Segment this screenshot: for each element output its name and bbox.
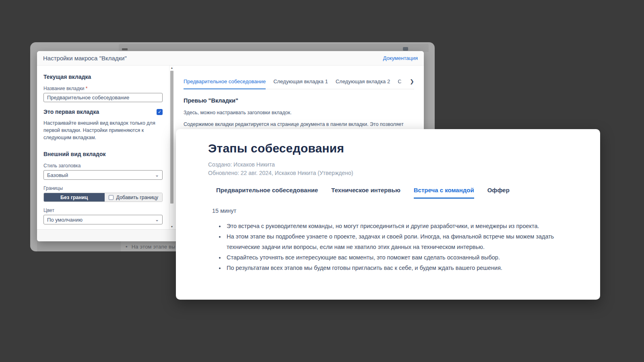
section-appearance: Внешний вид вкладок — [43, 151, 163, 157]
card-updated: Обновлено: 22 авг. 2024, Искаков Никита … — [208, 169, 584, 177]
borders-add-segment[interactable]: Добавить границу — [105, 193, 162, 202]
header-style-label: Стиль заголовка — [43, 163, 163, 169]
preview-tab-4[interactable]: Следующ — [398, 78, 402, 89]
add-border-label: Добавить границу — [116, 195, 158, 200]
card-duration: 15 минут — [212, 208, 584, 214]
tab-name-input[interactable] — [43, 93, 163, 102]
card-tab-1[interactable]: Предварительное собеседование — [216, 187, 318, 199]
card-bullet: Это встреча с руководителем команды, но … — [225, 221, 574, 231]
interview-stages-card: Этапы собеседования Создано: Искаков Ник… — [176, 129, 600, 300]
background-sidebar-shade — [37, 241, 121, 251]
settings-form: Текущая вкладка Название вкладки * Это п… — [37, 66, 169, 229]
background-icon-remnant — [403, 47, 408, 51]
documentation-link[interactable]: Документация — [383, 55, 418, 61]
tab-name-label: Название вкладки * — [43, 86, 163, 91]
bullet-icon: • — [126, 244, 128, 250]
borders-none-segment[interactable]: Без границ — [44, 193, 105, 202]
scroll-down-icon[interactable]: ▼ — [169, 225, 174, 228]
first-tab-help: Настраивайте внешний вид вкладок только … — [43, 119, 164, 141]
background-toolbar — [119, 44, 429, 52]
borders-segmented-control: Без границ Добавить границу — [43, 193, 163, 202]
scrollbar-thumb[interactable] — [170, 71, 173, 204]
card-tab-bar: Предварительное собеседование Техническо… — [216, 187, 584, 199]
color-value: По умолчанию — [47, 217, 83, 223]
preview-title: Превью "Вкладки" — [184, 97, 414, 104]
background-text-remnant — [122, 48, 128, 50]
card-bullet: Старайтесь уточнять все интересующие вас… — [225, 252, 574, 263]
chevron-down-icon: ⌄ — [155, 217, 159, 222]
card-tab-3[interactable]: Встреча с командой — [414, 187, 474, 199]
tabs-overflow-chevron-icon[interactable]: ❯ — [410, 78, 414, 89]
dialog-header: Настройки макроса "Вкладки" Документация — [37, 51, 424, 66]
dialog-title: Настройки макроса "Вкладки" — [43, 55, 127, 62]
header-style-select[interactable]: Базовый ⌄ — [43, 170, 163, 180]
form-scrollbar[interactable]: ▲ ▼ — [169, 66, 174, 229]
section-current-tab: Текущая вкладка — [43, 74, 163, 80]
card-meta: Создано: Искаков Никита Обновлено: 22 ав… — [208, 160, 584, 177]
card-tab-4[interactable]: Оффер — [487, 187, 510, 199]
card-bullet: На этом этапе вы подробнее узнаете о про… — [225, 231, 574, 252]
preview-tab-1[interactable]: Предварительное собеседование — [184, 78, 266, 89]
card-bullet: По результатам всех этапов мы будем гото… — [225, 263, 574, 273]
chevron-down-icon: ⌄ — [155, 173, 159, 177]
preview-paragraph-2: Содержимое вкладки редактируется на стра… — [184, 121, 414, 127]
scroll-up-icon[interactable]: ▲ — [169, 66, 174, 69]
header-style-value: Базовый — [47, 172, 68, 178]
first-tab-label: Это первая вкладка — [43, 109, 99, 115]
first-tab-row: Это первая вкладка ✓ — [43, 109, 163, 115]
color-select[interactable]: По умолчанию ⌄ — [43, 215, 163, 224]
add-border-checkbox[interactable] — [109, 195, 114, 200]
card-bullet-list: Это встреча с руководителем команды, но … — [216, 221, 574, 273]
card-title: Этапы собеседования — [208, 142, 584, 155]
color-label: Цвет — [43, 208, 163, 213]
card-created: Создано: Искаков Никита — [208, 160, 584, 169]
preview-tab-bar: Предварительное собеседование Следующая … — [184, 78, 414, 89]
preview-paragraph-1: Здесь, можно настраивать заголовки вклад… — [184, 110, 414, 115]
first-tab-checkbox[interactable]: ✓ — [157, 109, 163, 115]
preview-tab-3[interactable]: Следующая вкладка 2 — [336, 78, 390, 89]
borders-label: Границы — [43, 185, 163, 191]
preview-tab-2[interactable]: Следующая вкладка 1 — [273, 78, 328, 89]
required-asterisk: * — [86, 86, 88, 91]
card-tab-2[interactable]: Техническое интервью — [331, 187, 400, 199]
